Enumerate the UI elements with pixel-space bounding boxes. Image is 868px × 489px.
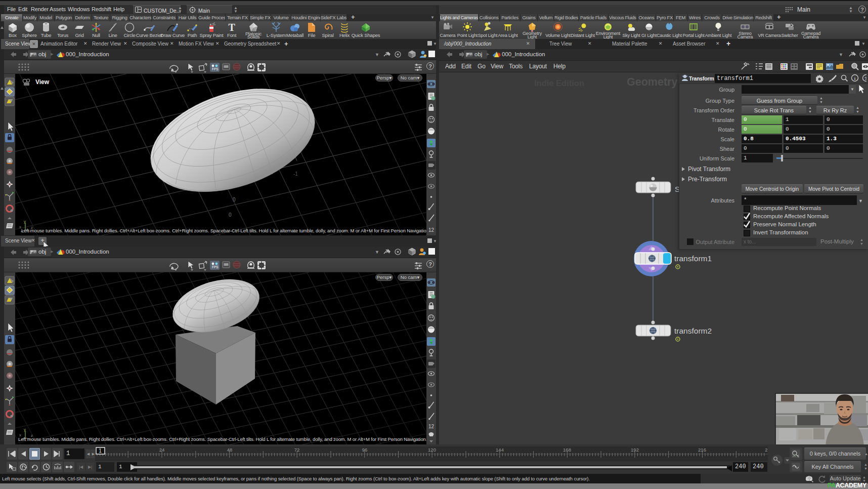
svg-text:144: 144 (496, 447, 504, 453)
svg-text:y: y (24, 220, 26, 224)
svg-text:12: 12 (428, 424, 435, 429)
svg-text:Curve Bezier: Curve Bezier (136, 32, 163, 38)
svg-text:Point Light: Point Light (457, 33, 478, 38)
svg-text:Caustic Light: Caustic Light (657, 33, 682, 38)
svg-text:192: 192 (631, 447, 639, 453)
svg-text:Switcher: Switcher (782, 33, 798, 38)
svg-text:Spiral: Spiral (322, 32, 333, 38)
svg-text:Solids: Solids (247, 34, 260, 39)
svg-text:Area Light: Area Light (498, 33, 518, 38)
svg-text:Spray Paint: Spray Paint (200, 32, 224, 38)
svg-text:2: 2 (765, 447, 767, 453)
svg-text:GI Light: GI Light (641, 33, 657, 38)
svg-text:transform1: transform1 (674, 254, 712, 263)
svg-text:Draw Curve: Draw Curve (160, 32, 185, 38)
svg-text:transform2: transform2 (674, 327, 712, 335)
svg-text:168: 168 (563, 447, 571, 453)
svg-text:Sphere: Sphere (22, 32, 36, 38)
svg-text:Box: Box (9, 32, 17, 38)
svg-text:Helix: Helix (339, 32, 350, 38)
svg-text:?: ? (864, 75, 866, 81)
svg-text:Light: Light (603, 34, 613, 39)
svg-text:Quick Shapes: Quick Shapes (352, 32, 380, 38)
svg-text:96: 96 (362, 447, 368, 453)
svg-text:Tube: Tube (41, 32, 52, 38)
svg-text:Torus: Torus (57, 32, 69, 38)
svg-text:Circle: Circle (123, 32, 135, 38)
svg-text:Camera: Camera (440, 33, 456, 38)
svg-text:216: 216 (698, 447, 706, 453)
svg-text:24: 24 (159, 447, 165, 453)
svg-text:Camera: Camera (803, 34, 819, 39)
svg-text:Font: Font (227, 32, 237, 38)
svg-text:120: 120 (428, 447, 436, 453)
svg-text:Distant Light: Distant Light (571, 33, 595, 38)
svg-text:L-System: L-System (267, 32, 286, 38)
svg-text:FPS: FPS (212, 67, 219, 71)
svg-text:VR Camera: VR Camera (758, 33, 780, 38)
svg-text:Null: Null (92, 32, 100, 38)
svg-text:y: y (24, 428, 26, 432)
svg-text:T: T (228, 22, 235, 33)
svg-text:File: File (308, 32, 316, 38)
svg-text:12: 12 (428, 227, 435, 233)
svg-text:72: 72 (294, 447, 300, 453)
svg-text:i: i (854, 76, 856, 81)
svg-text:Portal Light: Portal Light (682, 33, 705, 38)
svg-text:48: 48 (227, 447, 233, 453)
svg-text:1: 1 (99, 448, 102, 454)
svg-text:Ambient Light: Ambient Light (705, 33, 732, 38)
svg-text:Spot Light: Spot Light (478, 33, 498, 38)
svg-text:Light: Light (528, 34, 537, 39)
svg-text:Line: Line (108, 32, 117, 38)
svg-text:Volume Light: Volume Light (545, 33, 571, 38)
svg-text:Grid: Grid (75, 32, 83, 38)
svg-text:Sky Light: Sky Light (622, 33, 640, 38)
svg-text:FPS: FPS (212, 265, 219, 269)
svg-text:Path: Path (188, 32, 197, 38)
svg-text:Camera: Camera (737, 34, 753, 39)
svg-text:Metaball: Metaball (286, 32, 303, 38)
